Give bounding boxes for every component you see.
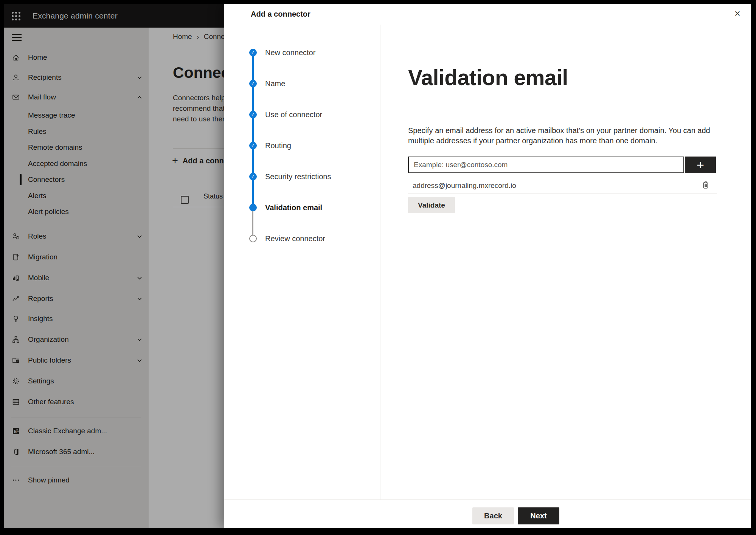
step-dot-new-connector: ✓ (249, 49, 257, 56)
check-icon: ✓ (251, 111, 255, 118)
back-button[interactable]: Back (472, 507, 514, 524)
add-connector-panel: Add a connector × ✓ New connector ✓ Name… (224, 4, 751, 528)
step-name[interactable]: Name (265, 79, 285, 88)
step-new-connector[interactable]: New connector (265, 48, 315, 57)
validate-button[interactable]: Validate (408, 197, 455, 213)
step-connector-line-completed (252, 53, 254, 208)
step-use-of-connector[interactable]: Use of connector (265, 110, 322, 119)
step-dot-validation-email (249, 204, 257, 211)
application-window: Exchange admin center Home Recipients Ma… (4, 4, 751, 528)
address-list-divider (408, 193, 717, 194)
check-icon: ✓ (251, 80, 255, 87)
address-list-item: address@journaling.mxrecord.io (413, 181, 516, 190)
step-routing[interactable]: Routing (265, 141, 291, 150)
step-security-restrictions[interactable]: Security restrictions (265, 172, 331, 181)
step-dot-review-connector (249, 235, 257, 242)
delete-address-button[interactable] (700, 179, 711, 191)
step-description: Specify an email address for an active m… (408, 126, 710, 146)
panel-header: Add a connector × (224, 4, 751, 24)
panel-title: Add a connector (251, 4, 310, 24)
add-address-button[interactable]: + (685, 157, 716, 173)
trash-icon (701, 180, 711, 190)
step-validation-email[interactable]: Validation email (265, 203, 322, 212)
panel-footer: Back Next (224, 499, 751, 528)
check-icon: ✓ (251, 49, 255, 56)
email-address-input[interactable] (408, 157, 684, 173)
step-connector-line-upcoming (252, 208, 253, 239)
step-dot-security-restrictions: ✓ (249, 173, 257, 180)
check-icon: ✓ (251, 142, 255, 149)
step-heading: Validation email (408, 65, 568, 90)
close-icon[interactable]: × (731, 7, 744, 20)
step-review-connector[interactable]: Review connector (265, 234, 325, 243)
plus-icon: + (697, 158, 704, 172)
next-button[interactable]: Next (518, 507, 559, 524)
step-dot-name: ✓ (249, 80, 257, 87)
step-dot-routing: ✓ (249, 142, 257, 149)
wizard-content-divider (380, 25, 380, 499)
check-icon: ✓ (251, 173, 255, 180)
step-dot-use-of-connector: ✓ (249, 111, 257, 118)
